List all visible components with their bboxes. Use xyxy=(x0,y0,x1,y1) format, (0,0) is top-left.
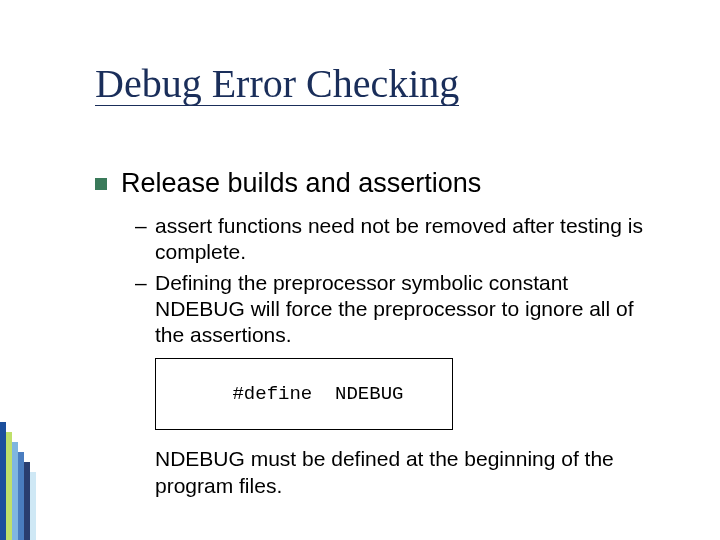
bullet-level1-text: Release builds and assertions xyxy=(121,168,481,199)
bullet-level2-group: – assert functions need not be removed a… xyxy=(135,213,655,348)
bullet-level1: Release builds and assertions xyxy=(95,168,655,199)
bullet-level2: – Defining the preprocessor symbolic con… xyxy=(135,270,655,349)
slide: Debug Error Checking Release builds and … xyxy=(0,0,720,540)
bullet-level2: – assert functions need not be removed a… xyxy=(135,213,655,266)
square-bullet-icon xyxy=(95,178,107,190)
dash-bullet-icon: – xyxy=(135,213,153,239)
note-text: NDEBUG must be defined at the beginning … xyxy=(155,446,655,499)
title-text: Debug Error Checking xyxy=(95,63,459,106)
stripe-icon xyxy=(30,472,36,540)
code-text: #define NDEBUG xyxy=(232,383,403,405)
bullet-level2-text: Defining the preprocessor symbolic const… xyxy=(155,270,655,349)
slide-body: Release builds and assertions – assert f… xyxy=(95,168,655,499)
decorative-stripes xyxy=(0,0,40,540)
bullet-level2-text: assert functions need not be removed aft… xyxy=(155,213,655,266)
code-box: #define NDEBUG xyxy=(155,358,453,430)
slide-title: Debug Error Checking xyxy=(95,60,459,107)
dash-bullet-icon: – xyxy=(135,270,153,296)
